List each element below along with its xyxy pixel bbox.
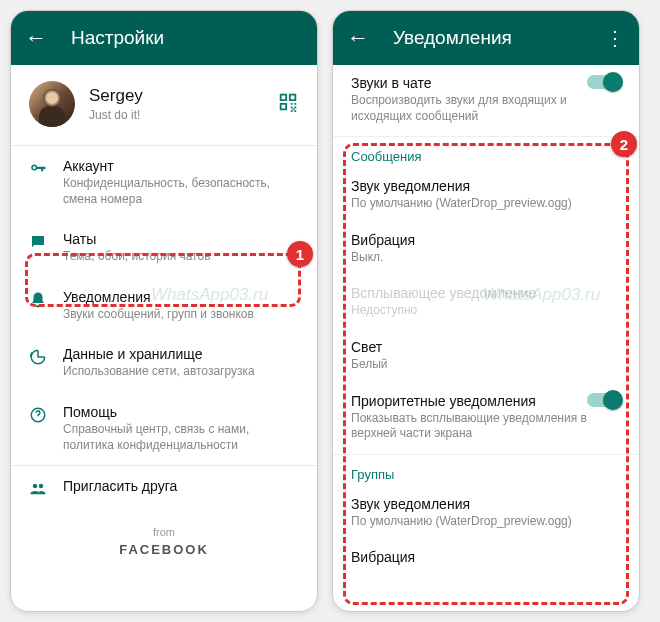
profile-status: Just do it! — [89, 108, 143, 122]
avatar — [29, 81, 75, 127]
from-text: from — [11, 526, 317, 538]
setting-sub: Недоступно — [351, 303, 621, 319]
setting-grp-sound[interactable]: Звук уведомления По умолчанию (WaterDrop… — [333, 486, 639, 540]
profile-name: Sergey — [89, 86, 143, 106]
settings-item-invite[interactable]: Пригласить друга — [11, 466, 317, 514]
settings-item-data[interactable]: Данные и хранилище Использование сети, а… — [11, 334, 317, 392]
setting-label: Приоритетные уведомления — [351, 393, 587, 409]
setting-grp-vibrate[interactable]: Вибрация — [333, 539, 639, 575]
setting-msg-light[interactable]: Свет Белый — [333, 329, 639, 383]
setting-sub: Воспроизводить звуки для входящих и исхо… — [351, 93, 587, 124]
settings-item-chats[interactable]: Чаты Тема, обои, история чатов — [11, 219, 317, 277]
item-sub: Тема, обои, история чатов — [63, 249, 299, 265]
settings-screen: ← Настройки Sergey Just do it! Аккаунт К… — [10, 10, 318, 612]
notifications-screen: ← Уведомления ⋮ Звуки в чате Воспроизвод… — [332, 10, 640, 612]
qr-icon[interactable] — [277, 91, 299, 117]
setting-chat-sounds[interactable]: Звуки в чате Воспроизводить звуки для вх… — [333, 65, 639, 134]
item-label: Чаты — [63, 231, 299, 247]
setting-sub: Показывать всплывающие уведомления в вер… — [351, 411, 587, 442]
toggle-priority[interactable] — [587, 393, 621, 407]
item-label: Аккаунт — [63, 158, 299, 174]
setting-label: Всплывающее уведомление — [351, 285, 621, 301]
setting-label: Звуки в чате — [351, 75, 587, 91]
item-sub: Использование сети, автозагрузка — [63, 364, 299, 380]
toggle-chat-sounds[interactable] — [587, 75, 621, 89]
setting-label: Звук уведомления — [351, 178, 621, 194]
screen-title: Уведомления — [393, 27, 605, 49]
setting-msg-priority[interactable]: Приоритетные уведомления Показывать вспл… — [333, 383, 639, 452]
brand-text: FACEBOOK — [11, 542, 317, 557]
item-sub: Конфиденциальность, безопасность, смена … — [63, 176, 299, 207]
setting-msg-sound[interactable]: Звук уведомления По умолчанию (WaterDrop… — [333, 168, 639, 222]
setting-label: Вибрация — [351, 232, 621, 248]
section-messages: Сообщения — [333, 139, 639, 168]
profile-row[interactable]: Sergey Just do it! — [11, 65, 317, 145]
setting-label: Звук уведомления — [351, 496, 621, 512]
setting-sub: По умолчанию (WaterDrop_preview.ogg) — [351, 514, 621, 530]
data-icon — [29, 346, 63, 370]
bell-icon — [29, 289, 63, 313]
item-label: Уведомления — [63, 289, 299, 305]
back-icon[interactable]: ← — [347, 25, 369, 51]
setting-sub: По умолчанию (WaterDrop_preview.ogg) — [351, 196, 621, 212]
back-icon[interactable]: ← — [25, 25, 47, 51]
setting-msg-popup: Всплывающее уведомление Недоступно — [333, 275, 639, 329]
more-icon[interactable]: ⋮ — [605, 26, 625, 50]
item-label: Пригласить друга — [63, 478, 299, 494]
item-sub: Справочный центр, связь с нами, политика… — [63, 422, 299, 453]
settings-item-notifications[interactable]: Уведомления Звуки сообщений, групп и зво… — [11, 277, 317, 335]
setting-sub: Белый — [351, 357, 621, 373]
section-groups: Группы — [333, 457, 639, 486]
help-icon — [29, 404, 63, 428]
appbar: ← Уведомления ⋮ — [333, 11, 639, 65]
setting-sub: Выкл. — [351, 250, 621, 266]
item-label: Помощь — [63, 404, 299, 420]
setting-label: Свет — [351, 339, 621, 355]
item-label: Данные и хранилище — [63, 346, 299, 362]
people-icon — [29, 478, 63, 502]
settings-item-account[interactable]: Аккаунт Конфиденциальность, безопасность… — [11, 146, 317, 219]
key-icon — [29, 158, 63, 182]
appbar: ← Настройки — [11, 11, 317, 65]
setting-label: Вибрация — [351, 549, 621, 565]
setting-msg-vibrate[interactable]: Вибрация Выкл. — [333, 222, 639, 276]
chat-icon — [29, 231, 63, 255]
settings-item-help[interactable]: Помощь Справочный центр, связь с нами, п… — [11, 392, 317, 465]
screen-title: Настройки — [71, 27, 303, 49]
item-sub: Звуки сообщений, групп и звонков — [63, 307, 299, 323]
footer-from: from FACEBOOK — [11, 526, 317, 557]
